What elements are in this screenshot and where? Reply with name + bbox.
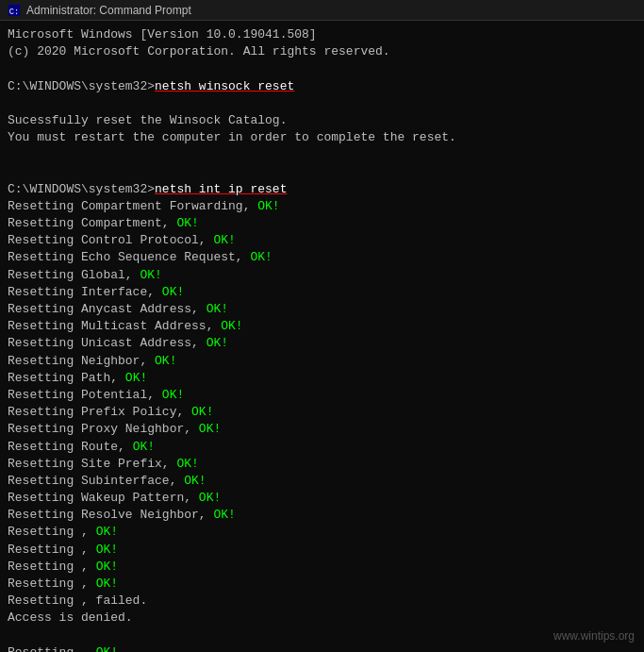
cmd2-line: C:\WINDOWS\system32>netsh int ip reset <box>8 181 636 198</box>
cmd1-line: C:\WINDOWS\system32>netsh winsock reset <box>8 78 636 95</box>
cmd1-command: netsh winsock reset <box>155 79 294 93</box>
access-denied-line: Access is denied. <box>8 610 636 627</box>
reset-line-9: Resetting Unicast Address, OK! <box>8 335 636 352</box>
reset-line-14: Resetting Proxy Neighbor, OK! <box>8 421 636 438</box>
reset-line-17: Resetting Subinterface, OK! <box>8 473 636 490</box>
reset-line-20: Resetting , OK! <box>8 524 636 541</box>
version-line: Microsoft Windows [Version 10.0.19041.50… <box>8 26 636 43</box>
spacer-2 <box>8 95 636 112</box>
copyright-line: (c) 2020 Microsoft Corporation. All righ… <box>8 43 636 60</box>
reset-line-10: Resetting Neighbor, OK! <box>8 353 636 370</box>
reset-line-8: Resetting Multicast Address, OK! <box>8 318 636 335</box>
reset-line-16: Resetting Site Prefix, OK! <box>8 456 636 473</box>
reset-line-7: Resetting Anycast Address, OK! <box>8 301 636 318</box>
winsock-line1: Sucessfully reset the Winsock Catalog. <box>8 112 636 129</box>
watermark: www.wintips.org <box>553 629 635 643</box>
terminal: Microsoft Windows [Version 10.0.19041.50… <box>0 21 644 652</box>
svg-text:C:: C: <box>9 7 20 16</box>
reset-failed-line: Resetting , failed. <box>8 593 636 610</box>
reset-line-22: Resetting , OK! <box>8 559 636 576</box>
cmd2-command: netsh int ip reset <box>155 182 287 196</box>
spacer-3 <box>8 146 636 163</box>
reset-line-2: Resetting Compartment, OK! <box>8 215 636 232</box>
reset-line-19: Resetting Resolve Neighbor, OK! <box>8 507 636 524</box>
reset-line-12: Resetting Potential, OK! <box>8 387 636 404</box>
spacer-5 <box>8 627 636 644</box>
cmd1-prompt: C:\WINDOWS\system32> <box>8 79 155 93</box>
reset-line-26: Resetting , OK! <box>8 644 636 652</box>
title-bar: C: Administrator: Command Prompt <box>0 0 644 21</box>
title-bar-text: Administrator: Command Prompt <box>26 4 191 17</box>
reset-line-21: Resetting , OK! <box>8 542 636 559</box>
spacer-1 <box>8 60 636 77</box>
reset-line-15: Resetting Route, OK! <box>8 439 636 456</box>
terminal-output: Microsoft Windows [Version 10.0.19041.50… <box>8 26 636 652</box>
reset-line-23: Resetting , OK! <box>8 576 636 593</box>
reset-line-11: Resetting Path, OK! <box>8 370 636 387</box>
cmd2-prompt: C:\WINDOWS\system32> <box>8 182 155 196</box>
cmd-icon: C: <box>8 4 21 17</box>
spacer-4 <box>8 164 636 181</box>
reset-line-6: Resetting Interface, OK! <box>8 284 636 301</box>
reset-line-3: Resetting Control Protocol, OK! <box>8 232 636 249</box>
reset-line-1: Resetting Compartment Forwarding, OK! <box>8 198 636 215</box>
winsock-line2: You must restart the computer in order t… <box>8 129 636 146</box>
reset-line-5: Resetting Global, OK! <box>8 267 636 284</box>
reset-line-18: Resetting Wakeup Pattern, OK! <box>8 490 636 507</box>
reset-line-13: Resetting Prefix Policy, OK! <box>8 404 636 421</box>
reset-line-4: Resetting Echo Sequence Request, OK! <box>8 249 636 266</box>
